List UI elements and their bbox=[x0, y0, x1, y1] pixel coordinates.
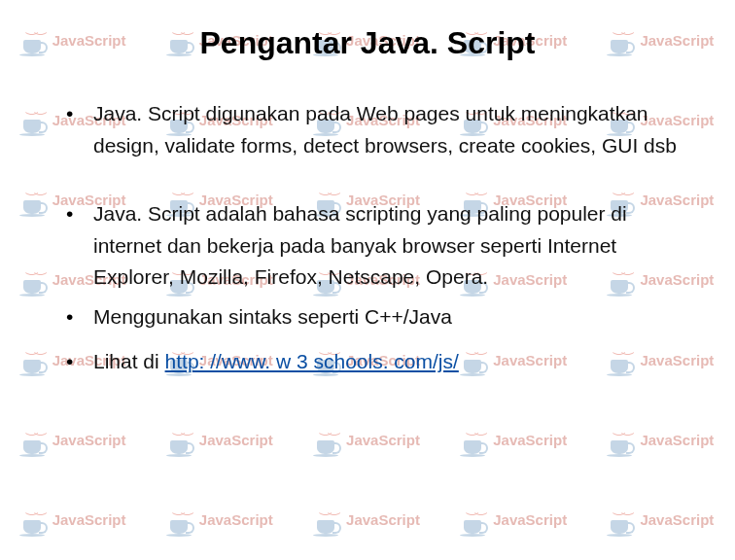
bullet-item: Menggunakan sintaks seperti C++/Java bbox=[66, 301, 696, 333]
slide-title: Pengantar Java. Script bbox=[39, 25, 696, 61]
bullet-text: Lihat di bbox=[93, 350, 165, 372]
bullet-list: Java. Script digunakan pada Web pages un… bbox=[39, 98, 696, 378]
reference-link[interactable]: http: //www. w 3 schools. com/js/ bbox=[165, 350, 459, 372]
bullet-item: Lihat di http: //www. w 3 schools. com/j… bbox=[66, 346, 696, 378]
bullet-item: Java. Script adalah bahasa scripting yan… bbox=[66, 198, 696, 294]
slide: Pengantar Java. Script Java. Script digu… bbox=[0, 0, 735, 560]
bullet-item: Java. Script digunakan pada Web pages un… bbox=[66, 98, 696, 161]
